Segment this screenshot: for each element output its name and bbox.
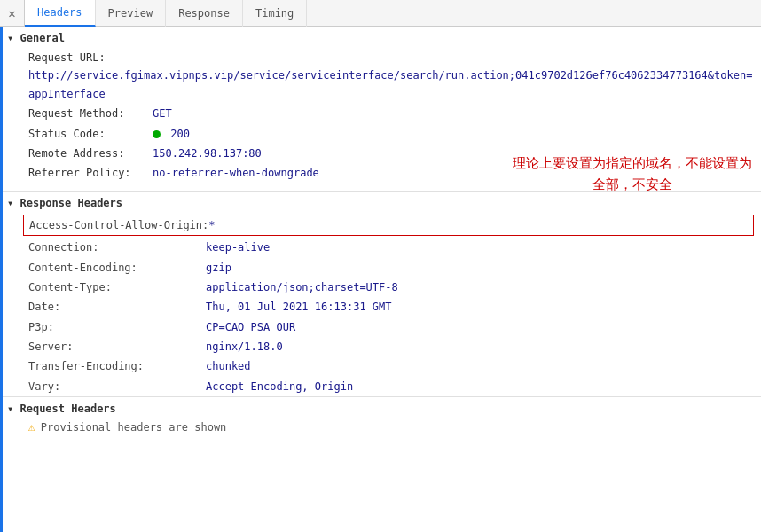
label-vary: Vary: — [28, 378, 206, 395]
value-content-encoding: gzip — [206, 259, 231, 277]
field-date: Date: Thu, 01 Jul 2021 16:13:31 GMT — [0, 297, 761, 317]
general-header[interactable]: ▾ General — [0, 27, 761, 48]
field-request-method: Request Method: GET — [0, 104, 761, 123]
tab-preview[interactable]: Preview — [96, 0, 167, 27]
response-headers-section: ▾ Response Headers Access-Control-Allow-… — [0, 191, 761, 397]
field-label-referrer: Referrer Policy: — [28, 164, 153, 182]
label-content-encoding: Content-Encoding: — [28, 259, 206, 277]
field-label-status: Status Code: — [28, 125, 153, 143]
field-transfer-encoding: Transfer-Encoding: chunked — [0, 356, 761, 376]
warning-row: ⚠ Provisional headers are shown — [0, 419, 761, 435]
field-label-url: Request URL: — [28, 49, 153, 66]
tab-response[interactable]: Response — [166, 0, 243, 27]
field-p3p: P3p: CP=CAO PSA OUR — [0, 317, 761, 337]
value-server: nginx/1.18.0 — [206, 338, 283, 356]
label-date: Date: — [28, 298, 206, 316]
value-vary: Accept-Encoding, Origin — [206, 378, 353, 395]
label-content-type: Content-Type: — [28, 278, 206, 296]
label-server: Server: — [28, 338, 206, 356]
field-content-type: Content-Type: application/json;charset=U… — [0, 278, 761, 297]
request-headers-header[interactable]: ▾ Request Headers — [0, 397, 761, 419]
field-server: Server: nginx/1.18.0 — [0, 337, 761, 356]
close-button[interactable]: ✕ — [0, 0, 25, 27]
value-p3p: CP=CAO PSA OUR — [206, 318, 295, 336]
field-label-access-control: Access-Control-Allow-Origin: — [29, 216, 208, 234]
triangle-icon: ▾ — [7, 32, 20, 44]
field-request-url: Request URL: http://service.fgimax.vipnp… — [0, 48, 761, 104]
request-headers-section: ▾ Request Headers ⚠ Provisional headers … — [0, 396, 761, 435]
status-dot-green — [153, 130, 161, 138]
value-date: Thu, 01 Jul 2021 16:13:31 GMT — [206, 298, 392, 316]
value-content-type: application/json;charset=UTF-8 — [206, 278, 398, 296]
triangle-icon-request: ▾ — [7, 403, 20, 415]
field-vary: Vary: Accept-Encoding, Origin — [0, 377, 761, 396]
field-value-access-control: * — [208, 216, 215, 234]
field-access-control: Access-Control-Allow-Origin: * — [23, 215, 754, 236]
value-connection: keep-alive — [206, 239, 270, 256]
tab-bar: ✕ Headers Preview Response Timing — [0, 0, 761, 27]
field-content-encoding: Content-Encoding: gzip — [0, 258, 761, 278]
tab-timing[interactable]: Timing — [243, 0, 307, 27]
label-connection: Connection: — [28, 239, 206, 256]
field-value-url: http://service.fgimax.vipnps.vip/service… — [28, 66, 754, 103]
label-transfer-encoding: Transfer-Encoding: — [28, 357, 206, 375]
field-value-referrer: no-referrer-when-downgrade — [153, 164, 319, 182]
warning-text: Provisional headers are shown — [41, 421, 227, 434]
label-p3p: P3p: — [28, 318, 206, 336]
field-value-status: 200 — [153, 125, 190, 143]
chinese-annotation: 理论上要设置为指定的域名，不能设置为 全部，不安全 — [513, 153, 752, 195]
content-area: ▾ General Request URL: http://service.fg… — [0, 27, 761, 532]
tab-headers[interactable]: Headers — [25, 0, 96, 27]
warning-icon: ⚠ — [28, 420, 35, 434]
field-connection: Connection: keep-alive — [0, 238, 761, 257]
value-transfer-encoding: chunked — [206, 357, 251, 375]
field-value-method: GET — [153, 105, 172, 122]
field-label-remote: Remote Address: — [28, 145, 153, 162]
left-accent-bar — [0, 27, 3, 532]
field-status-code: Status Code: 200 — [0, 124, 761, 144]
field-label-method: Request Method: — [28, 105, 153, 122]
field-value-remote: 150.242.98.137:80 — [153, 145, 262, 162]
triangle-icon-response: ▾ — [7, 197, 20, 209]
